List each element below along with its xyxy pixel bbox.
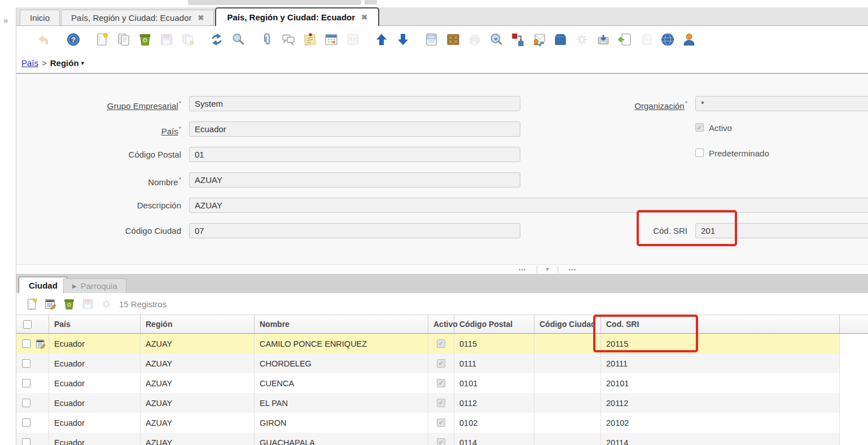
zoom-across-icon[interactable] — [488, 32, 503, 47]
cell-nombre[interactable]: GUACHAPALA — [255, 433, 428, 445]
cell-region[interactable]: AZUAY — [141, 334, 255, 354]
cell-cod-sri[interactable]: 20112 — [601, 393, 840, 413]
cell-codigo-postal[interactable]: 0114 — [454, 433, 534, 445]
new-record-icon[interactable] — [25, 297, 38, 311]
cell-nombre[interactable]: EL PAN — [255, 393, 428, 413]
cell-codigo-postal[interactable]: 0112 — [454, 393, 534, 413]
cell-codigo-ciudad[interactable] — [534, 354, 601, 373]
cell-activo[interactable]: ✓ — [428, 413, 454, 433]
column-header-Nombre[interactable]: Nombre — [255, 315, 428, 333]
row-select-checkbox[interactable] — [22, 438, 30, 445]
tab-ciudad[interactable]: Ciudad — [19, 277, 68, 293]
cell-pais[interactable]: Ecuador — [49, 413, 141, 433]
new-record-icon[interactable] — [94, 32, 109, 47]
expand-sidebar-icon[interactable]: » — [3, 15, 16, 25]
cell-nombre[interactable]: CAMILO PONCE ENRIQUEZ — [255, 334, 428, 354]
cell-pais[interactable]: Ecuador — [49, 373, 141, 393]
cell-activo[interactable]: ✓ — [428, 373, 454, 393]
next-record-icon[interactable] — [395, 32, 410, 47]
workflow-icon[interactable] — [510, 32, 525, 47]
row-edit-icon[interactable] — [35, 338, 46, 350]
row-select-checkbox[interactable] — [22, 418, 30, 427]
descripcion-field[interactable]: AZUAY — [189, 198, 868, 213]
calendar-icon[interactable] — [323, 32, 339, 47]
splitter-collapse-icon[interactable]: ▼ — [537, 267, 558, 272]
cell-region[interactable]: AZUAY — [141, 433, 255, 445]
row-select-cell[interactable] — [16, 413, 49, 433]
requests-icon[interactable] — [531, 32, 546, 47]
report-icon[interactable] — [424, 32, 439, 47]
find-icon[interactable] — [230, 32, 246, 47]
cell-codigo-postal[interactable]: 0115 — [454, 334, 534, 354]
pane-splitter[interactable]: ••• ▼ ••• — [16, 264, 868, 274]
archive-icon[interactable] — [445, 32, 461, 47]
attachment-icon[interactable] — [259, 32, 274, 47]
row-select-checkbox[interactable] — [22, 399, 30, 407]
column-header-Código Postal[interactable]: Código Postal — [454, 315, 534, 333]
product-info-icon[interactable] — [553, 32, 568, 47]
toggle-edit-icon[interactable] — [43, 297, 57, 311]
delete-record-icon[interactable] — [62, 297, 76, 311]
organizacion-label[interactable]: Organización* — [523, 96, 687, 114]
cell-pais[interactable]: Ecuador — [49, 354, 141, 373]
previous-record-icon[interactable] — [374, 32, 389, 47]
help-icon[interactable]: ? — [65, 32, 81, 47]
window-tab-2[interactable]: País, Región y Ciudad: Ecuador✖ — [215, 7, 379, 26]
breadcrumb-current[interactable]: Región — [50, 58, 79, 68]
cell-nombre[interactable]: CHORDELEG — [255, 354, 428, 373]
select-all-checkbox[interactable] — [23, 320, 32, 329]
codigo-postal-field[interactable]: 01 — [189, 147, 520, 162]
column-header-Código Ciudad[interactable]: Código Ciudad — [534, 315, 601, 333]
cell-codigo-postal[interactable]: 0102 — [454, 413, 534, 433]
organizacion-field[interactable]: * — [695, 96, 868, 111]
cell-codigo-postal[interactable]: 0111 — [454, 354, 534, 373]
cell-cod-sri[interactable]: 20102 — [601, 413, 840, 433]
window-tab-0[interactable]: Inicio — [20, 10, 60, 26]
cell-cod-sri[interactable]: 20114 — [601, 433, 840, 445]
cell-codigo-postal[interactable]: 0101 — [454, 373, 534, 393]
cod-sri-field[interactable]: 201 — [695, 223, 868, 238]
tab-parroquia[interactable]: ▶ Parroquia — [63, 278, 126, 293]
cell-activo[interactable]: ✓ — [428, 433, 454, 445]
row-select-checkbox[interactable] — [22, 359, 30, 368]
user-icon[interactable] — [681, 32, 696, 47]
cell-activo[interactable]: ✓ — [428, 354, 454, 373]
cell-codigo-ciudad[interactable] — [534, 334, 601, 354]
cell-codigo-ciudad[interactable] — [534, 413, 601, 433]
cell-activo[interactable]: ✓ — [428, 334, 454, 354]
copy-record-icon[interactable] — [116, 32, 131, 47]
cell-region[interactable]: AZUAY — [141, 373, 255, 393]
cell-region[interactable]: AZUAY — [141, 393, 255, 413]
row-select-cell[interactable] — [16, 373, 49, 393]
cell-pais[interactable]: Ecuador — [49, 393, 141, 413]
cell-codigo-ciudad[interactable] — [534, 433, 601, 445]
table-row-cuenca[interactable]: EcuadorAZUAYCUENCA✓010120101 — [16, 373, 840, 393]
tab-close-icon[interactable]: ✖ — [198, 14, 204, 22]
column-header-Región[interactable]: Región — [141, 315, 255, 333]
note-icon[interactable] — [302, 32, 317, 47]
row-select-checkbox[interactable] — [22, 339, 30, 348]
cell-codigo-ciudad[interactable] — [534, 373, 601, 393]
splitter-grip-icon[interactable]: ••• — [508, 267, 537, 273]
cell-nombre[interactable]: CUENCA — [255, 373, 428, 393]
cell-cod-sri[interactable]: 20101 — [601, 373, 840, 393]
row-select-cell[interactable] — [16, 393, 49, 413]
cell-activo[interactable]: ✓ — [428, 393, 454, 413]
column-header-Cod. SRI[interactable]: Cod. SRI — [601, 315, 840, 333]
table-row-guachapala[interactable]: EcuadorAZUAYGUACHAPALA✓011420114 — [16, 433, 840, 445]
cell-nombre[interactable]: GIRON — [255, 413, 428, 433]
cell-region[interactable]: AZUAY — [141, 413, 255, 433]
splitter-grip-icon[interactable]: ••• — [558, 267, 586, 273]
cell-cod-sri[interactable]: 20111 — [601, 354, 840, 373]
column-header-País[interactable]: País — [49, 315, 141, 333]
refresh-icon[interactable] — [209, 32, 224, 47]
pais-label[interactable]: País* — [16, 121, 181, 139]
table-row-camilo-ponce-enriquez[interactable]: EcuadorAZUAYCAMILO PONCE ENRIQUEZ✓011520… — [16, 334, 840, 354]
breadcrumb-caret-icon[interactable]: ▼ — [80, 60, 85, 66]
chat-icon[interactable] — [280, 32, 296, 47]
table-row-chordeleg[interactable]: EcuadorAZUAYCHORDELEG✓011120111 — [16, 354, 840, 373]
cell-region[interactable]: AZUAY — [141, 354, 255, 373]
table-row-el-pan[interactable]: EcuadorAZUAYEL PAN✓011220112 — [16, 393, 840, 413]
pais-field[interactable]: Ecuador — [189, 121, 520, 137]
row-select-cell[interactable] — [16, 433, 49, 445]
